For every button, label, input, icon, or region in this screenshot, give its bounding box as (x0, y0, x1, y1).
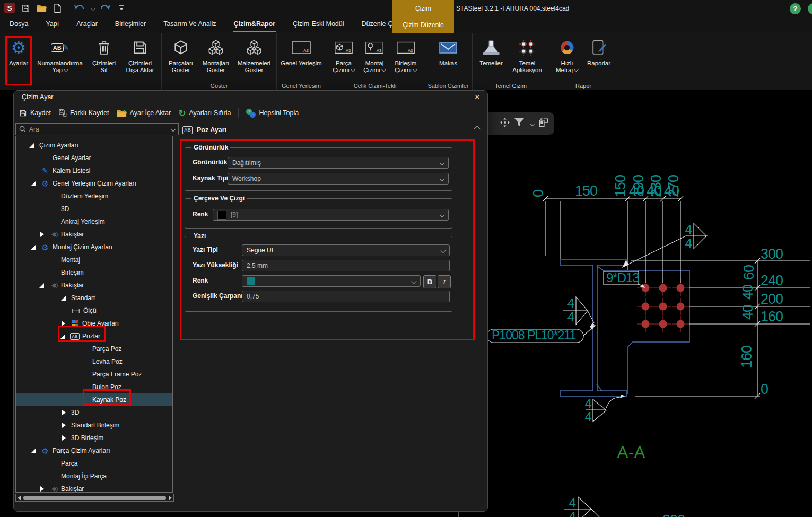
scrollbar-thumb[interactable] (23, 496, 166, 500)
tree-item-3d-birlesim[interactable]: 3D Birleşim (16, 432, 172, 444)
tree-item-bakislar[interactable]: Bakışlar (16, 483, 172, 493)
tree-item-levha-poz[interactable]: Levha Poz (16, 355, 172, 368)
montaj-cizimi-button[interactable]: A3 Montaj Çizimi (359, 36, 390, 75)
hizli-metraj-button[interactable]: Hızlı Metraj (552, 36, 582, 75)
genel-yerlesim-button[interactable]: A3 Genel Yerleşim (279, 36, 324, 68)
save-icon[interactable] (20, 3, 31, 13)
tree-item-bakislar[interactable]: Bakışlar (16, 279, 172, 292)
tree-item-genel-yerlesim-cizim-ayarlari[interactable]: ⚙Genel Yerleşim Çizim Ayarları (16, 177, 172, 190)
app-logo[interactable]: S (4, 3, 15, 13)
expander-icon[interactable] (60, 422, 67, 428)
farkli-kaydet-button[interactable]: Farklı Kaydet (58, 109, 109, 117)
tree-item-duzlem-yerlesim[interactable]: Düzlem Yerleşim (16, 190, 172, 203)
expander-icon[interactable] (60, 295, 67, 301)
expander-icon[interactable] (60, 435, 67, 441)
tree-item-olcu[interactable]: Ölçü (16, 304, 172, 317)
tree-item-kalem-listesi[interactable]: ✎Kalem Listesi (16, 164, 172, 177)
tab-cizim-eski-modul[interactable]: Çizim-Eski Modül (293, 20, 344, 29)
birlesim-cizimi-button[interactable]: A3 Birleşim Çizimi (390, 36, 422, 75)
cizimleri-disa-aktar-button[interactable]: Çizimleri Dışa Aktar (121, 36, 159, 75)
tree-item-obje-ayarlari[interactable]: Obje Ayarları (16, 317, 172, 330)
new-file-icon[interactable] (52, 3, 63, 13)
tab-dosya[interactable]: Dosya (10, 20, 28, 29)
help-button[interactable]: ? (790, 3, 801, 14)
tree-item-genel-ayarlar[interactable]: Genel Ayarlar (16, 152, 172, 164)
expander-icon[interactable] (39, 486, 45, 492)
tab-cizim-rapor[interactable]: Çizim&Rapor (234, 20, 275, 29)
tree-item-ankraj-yerlesim[interactable]: Ankraj Yerleşim (16, 215, 172, 228)
collapse-panel-icon[interactable] (474, 126, 481, 133)
undo-icon[interactable] (74, 3, 84, 13)
expander-icon[interactable] (39, 231, 45, 238)
expander-icon[interactable] (60, 409, 67, 416)
tree-horizontal-scrollbar[interactable] (15, 494, 174, 502)
montajlari-goster-button[interactable]: Montajları Göster (198, 36, 234, 75)
tree-item-montaj-cizim-ayarlari[interactable]: ⚙Montaj Çizim Ayarları (16, 241, 172, 253)
ayar-ice-aktar-button[interactable]: Ayar İçe Aktar (117, 109, 171, 117)
scroll-right-icon[interactable] (169, 496, 172, 500)
temeller-button[interactable]: Temeller (475, 36, 508, 68)
ayarlari-sifirla-button[interactable]: ↻ Ayarları Sıfırla (178, 109, 231, 118)
tree-item-parca-frame-poz[interactable]: Parça Frame Poz (16, 368, 172, 381)
tree-item-3d[interactable]: 3D (16, 203, 172, 215)
scroll-left-icon[interactable] (18, 496, 21, 500)
tree-item-cizim-ayarlari[interactable]: Çizim Ayarları (16, 139, 172, 152)
tab-birlesimler[interactable]: Birleşimler (115, 20, 146, 29)
mode-switch[interactable]: Çizim Çizim Düzenle (392, 0, 454, 33)
visibility-select[interactable]: Dağıtılmış (228, 157, 449, 169)
italic-button[interactable]: I (438, 275, 451, 288)
tree-item-standart[interactable]: Standart (16, 292, 172, 304)
tree-item-bulon-poz[interactable]: Bulon Poz (16, 381, 172, 393)
expander-icon[interactable] (39, 282, 45, 288)
tree-item-standart-birlesim[interactable]: Standart Birleşim (16, 419, 172, 432)
tree-item-kaynak-poz[interactable]: Kaynak Poz (16, 393, 172, 406)
parcalari-goster-button[interactable]: Parçaları Göster (164, 36, 198, 75)
filter-icon[interactable] (514, 118, 525, 129)
raporlar-button[interactable]: Raporlar (582, 36, 615, 68)
makas-button[interactable]: Makas (426, 36, 470, 68)
close-icon[interactable]: × (474, 92, 480, 103)
weld-type-select[interactable]: Workshop (228, 173, 449, 185)
temel-aplikasyon-button[interactable]: Temel Aplikasyon (508, 36, 547, 75)
expander-icon[interactable] (30, 244, 37, 250)
tab-tasarim-ve-analiz[interactable]: Tasarım Ve Analiz (163, 20, 216, 29)
tree-item-parca[interactable]: Parça (16, 457, 172, 470)
bold-button[interactable]: B (423, 275, 436, 288)
tab-yapi[interactable]: Yapı (46, 20, 59, 29)
quick-access-toolbar[interactable]: S (0, 0, 127, 16)
customize-toolbar-icon[interactable] (116, 3, 127, 13)
redo-icon[interactable] (100, 3, 111, 13)
expander-icon[interactable] (60, 333, 66, 339)
filter-dropdown-icon[interactable] (530, 121, 535, 126)
text-color-select[interactable] (242, 275, 421, 287)
malzemeleri-goster-button[interactable]: Malzemeleri Göster (234, 36, 274, 75)
kaydet-button[interactable]: Kaydet (19, 109, 51, 117)
tree-item-parca-cizim-ayarlari[interactable]: ⚙Parça Çizim Ayarları (16, 444, 172, 457)
open-folder-icon[interactable] (36, 3, 47, 13)
expander-icon[interactable] (30, 180, 37, 187)
ayarlar-button[interactable]: ⚙ Ayarlar (4, 36, 33, 68)
tree-item-birlesim[interactable]: Birleşim (16, 266, 172, 279)
tree-item-pozlar[interactable]: ABPozlar (16, 330, 172, 343)
tree-item-montaj-ici-parca[interactable]: Montaj İçi Parça (16, 470, 172, 483)
font-select[interactable]: Segoe UI (242, 244, 450, 256)
menu-tab-bar[interactable]: Dosya Yapı Araçlar Birleşimler Tasarım V… (0, 16, 425, 33)
mode-cizim-duzenle[interactable]: Çizim Düzenle (392, 21, 454, 29)
width-factor-input[interactable]: 0,75 (242, 291, 450, 302)
parca-cizimi-button[interactable]: A3 Parça Çizimi (328, 36, 359, 75)
save-view-icon[interactable] (538, 117, 549, 130)
viewport-toolbar[interactable] (479, 112, 554, 135)
tab-araclar[interactable]: Araçlar (76, 20, 98, 29)
hepsini-topla-button[interactable]: + − Hepsini Topla (246, 109, 299, 117)
tree-item-3d[interactable]: 3D (16, 406, 172, 419)
pan-icon[interactable] (500, 118, 510, 129)
expander-icon[interactable] (29, 142, 35, 148)
frame-color-select[interactable]: [9] (213, 209, 449, 221)
settings-tree[interactable]: Çizim Ayarları Genel Ayarlar ✎Kalem List… (15, 136, 173, 493)
tree-item-parca-poz[interactable]: Parça Poz (16, 343, 172, 355)
text-height-input[interactable]: 2,5 mm (242, 260, 450, 271)
numaralandirma-yap-button[interactable]: AB✎ Numaralandırma Yap (33, 36, 87, 75)
expander-icon[interactable] (30, 448, 37, 454)
cizimleri-sil-button[interactable]: Çizimleri Sil (87, 36, 121, 75)
tree-item-montaj[interactable]: Montaj (16, 253, 172, 266)
